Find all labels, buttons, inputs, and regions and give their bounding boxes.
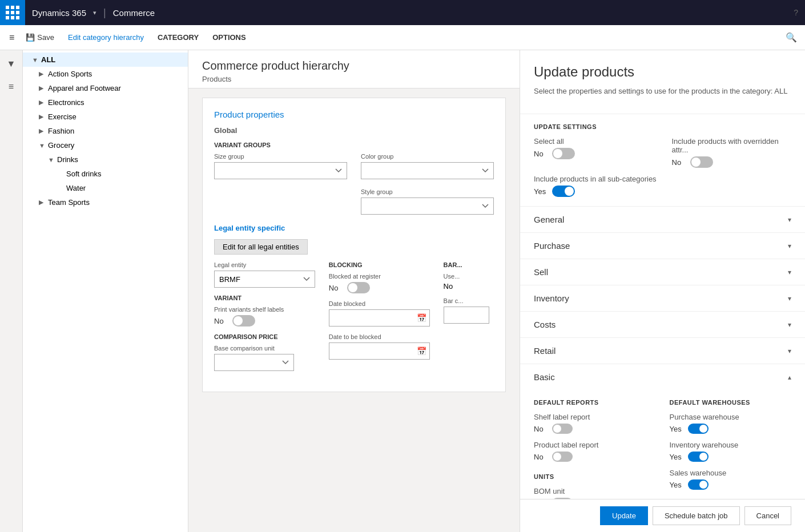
update-button[interactable]: Update	[600, 506, 648, 525]
tree-item-electronics[interactable]: ▶ Electronics	[23, 95, 188, 110]
accordion-purchase-chevron: ▾	[788, 242, 791, 250]
accordion-purchase: Purchase ▾	[520, 233, 805, 259]
tree-item-apparel[interactable]: ▶ Apparel and Footwear	[23, 81, 188, 95]
print-variants-label: Print variants shelf labels	[214, 306, 315, 313]
accordion-general-title: General	[534, 215, 564, 224]
shelf-label-report-wrap: No	[534, 424, 656, 434]
print-variants-toggle[interactable]	[232, 315, 255, 327]
comparison-price-section: COMPARISON PRICE Base comparison unit	[214, 333, 315, 371]
comparison-price-title: COMPARISON PRICE	[214, 333, 315, 340]
tree-item-fashion[interactable]: ▶ Fashion	[23, 124, 188, 138]
color-group-select[interactable]	[361, 162, 494, 179]
style-group-label: Style group	[361, 188, 494, 195]
edit-category-hierarchy-button[interactable]: Edit category hierarchy	[61, 30, 151, 45]
cancel-button[interactable]: Cancel	[744, 506, 791, 525]
accordion-retail-header[interactable]: Retail ▾	[520, 338, 805, 364]
label-apparel: Apparel and Footwear	[48, 84, 183, 92]
accordion-sell-header[interactable]: Sell ▾	[520, 259, 805, 285]
blocking-col: BLOCKING Blocked at register No Date blo…	[329, 261, 430, 371]
menu-icon[interactable]: ≡	[5, 28, 19, 47]
purchase-warehouse-toggle[interactable]	[688, 424, 709, 434]
blocked-at-register-toggle[interactable]	[347, 282, 370, 293]
label-water: Water	[66, 184, 183, 192]
legal-entity-col: Legal entity BRMF VARIANT Print variants…	[214, 261, 315, 371]
search-button[interactable]: 🔍	[782, 29, 800, 46]
page-breadcrumb: Products	[202, 75, 506, 83]
purchase-warehouse-label: Purchase warehouse	[670, 413, 792, 421]
accordion-general: General ▾	[520, 207, 805, 233]
legal-entity-title: Legal entity specific	[214, 224, 494, 232]
edit-all-legal-entities-button[interactable]: Edit for all legal entities	[214, 239, 308, 255]
accordion-retail-chevron: ▾	[788, 347, 791, 355]
waffle-menu[interactable]	[0, 0, 25, 25]
chevron-apparel: ▶	[39, 84, 48, 92]
bar-code-input-wrap	[444, 307, 489, 324]
date-blocked-input[interactable]	[329, 309, 430, 327]
date-to-be-blocked-input[interactable]	[329, 342, 430, 360]
schedule-batch-job-button[interactable]: Schedule batch job	[653, 506, 740, 525]
bom-unit-label: BOM unit	[534, 487, 656, 495]
shelf-label-report-label: Shelf label report	[534, 413, 656, 421]
legal-entity-select[interactable]: BRMF	[214, 271, 315, 288]
accordion-costs-chevron: ▾	[788, 321, 791, 329]
accordion-basic-header[interactable]: Basic ▴	[520, 364, 805, 390]
category-tab[interactable]: CATEGORY	[151, 30, 206, 45]
filter-icon[interactable]: ▼	[2, 55, 21, 73]
accordion-costs: Costs ▾	[520, 312, 805, 338]
base-comparison-unit-select[interactable]	[214, 354, 294, 371]
include-sub-cats-label: Include products in all sub-categories	[534, 175, 791, 183]
page-title: Commerce product hierarchy	[202, 59, 506, 72]
accordion-costs-header[interactable]: Costs ▾	[520, 312, 805, 337]
size-group-select[interactable]	[214, 162, 347, 179]
right-panel: Update products Select the properties an…	[520, 50, 805, 532]
include-sub-cats-toggle[interactable]	[552, 186, 575, 197]
content-body: Product properties Global VARIANT GROUPS…	[188, 88, 520, 410]
accordion-basic-body: DEFAULT REPORTS Shelf label report No	[520, 390, 805, 499]
accordion-purchase-header[interactable]: Purchase ▾	[520, 233, 805, 259]
include-overridden-toggle[interactable]	[690, 156, 713, 168]
product-label-report-field: Product label report No	[534, 441, 656, 462]
brand-name[interactable]: Dynamics 365	[32, 8, 86, 18]
accordion-general-header[interactable]: General ▾	[520, 207, 805, 232]
style-group-select[interactable]	[361, 198, 494, 215]
accordion-sell-chevron: ▾	[788, 268, 791, 276]
hamburger-icon[interactable]: ≡	[2, 78, 21, 96]
tree-item-water[interactable]: Water	[23, 181, 188, 195]
bom-unit-toggle[interactable]	[552, 498, 573, 499]
accordion-purchase-title: Purchase	[534, 241, 570, 251]
tree-item-soft-drinks[interactable]: Soft drinks	[23, 167, 188, 181]
variant-title: VARIANT	[214, 295, 315, 301]
inventory-warehouse-wrap: Yes	[670, 452, 792, 462]
options-tab[interactable]: OPTIONS	[206, 30, 253, 45]
include-overridden-value: No	[672, 158, 686, 167]
purchase-warehouse-wrap: Yes	[670, 424, 792, 434]
inventory-warehouse-toggle[interactable]	[688, 452, 709, 462]
sales-warehouse-toggle[interactable]	[688, 479, 709, 490]
tree-item-exercise[interactable]: ▶ Exercise	[23, 110, 188, 124]
default-reports-section: DEFAULT REPORTS Shelf label report No	[534, 399, 656, 462]
tree-item-team-sports[interactable]: ▶ Team Sports	[23, 195, 188, 209]
variant-section: VARIANT Print variants shelf labels No	[214, 295, 315, 327]
inventory-warehouse-field: Inventory warehouse Yes	[670, 441, 792, 462]
module-name[interactable]: Commerce	[113, 8, 155, 18]
save-button[interactable]: 💾 Save	[19, 30, 61, 45]
product-label-report-label: Product label report	[534, 441, 656, 449]
product-label-report-toggle[interactable]	[552, 452, 573, 462]
accordion-general-chevron: ▾	[788, 216, 791, 224]
tree-item-all[interactable]: ▼ ALL	[23, 53, 188, 67]
accordion-inventory-header[interactable]: Inventory ▾	[520, 285, 805, 311]
select-all-toggle[interactable]	[552, 148, 575, 159]
basic-grid: DEFAULT REPORTS Shelf label report No	[534, 399, 791, 499]
bar-code-input[interactable]	[444, 307, 489, 324]
label-grocery: Grocery	[48, 141, 183, 150]
tree-item-action-sports[interactable]: ▶ Action Sports	[23, 67, 188, 81]
shelf-label-report-toggle[interactable]	[552, 424, 573, 434]
tree-item-grocery[interactable]: ▼ Grocery	[23, 138, 188, 152]
main-area: ▼ ≡ ▼ ALL ▶ Action Sports ▶ Apparel and …	[0, 50, 805, 532]
chevron-all: ▼	[32, 57, 41, 63]
save-icon: 💾	[26, 33, 35, 42]
purchase-warehouse-field: Purchase warehouse Yes	[670, 413, 792, 434]
basic-left-col: DEFAULT REPORTS Shelf label report No	[534, 399, 656, 499]
help-icon[interactable]: ?	[787, 3, 805, 22]
tree-item-drinks[interactable]: ▼ Drinks	[23, 152, 188, 167]
